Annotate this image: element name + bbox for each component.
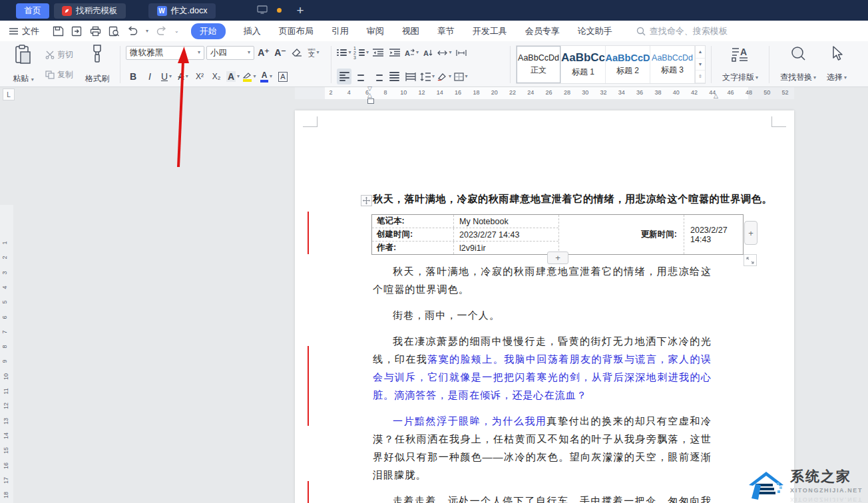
borders-button[interactable]: ▾ [453, 69, 468, 84]
format-painter-button[interactable]: 格式刷 [80, 45, 114, 84]
menu-tab-8[interactable]: 会员专享 [525, 25, 560, 37]
menu-tab-3[interactable]: 引用 [331, 25, 349, 37]
tab-home[interactable]: 首页 [16, 3, 49, 19]
shading-button[interactable]: ▾ [437, 69, 451, 84]
numbered-list-button[interactable]: 123▾ [353, 45, 369, 61]
ribbon-home: 粘贴 ▾ 剪切 复制 格式刷 微软雅黑▾ [0, 41, 868, 87]
cut-button[interactable]: 剪切 [45, 49, 73, 61]
font-size-combobox[interactable]: 小四▾ [206, 46, 254, 60]
document-heading[interactable]: 秋天，落叶满地，冷寂的秋雨肆意地宣泄着它的情绪，用悲凉给这个喧嚣的世界调色。 [373, 193, 714, 206]
subscript-button[interactable]: X₂ [209, 69, 224, 84]
increase-indent-button[interactable] [387, 45, 402, 61]
text-tools-button[interactable]: A▾ [404, 45, 419, 61]
ruler-number-14: 14 [437, 89, 443, 96]
new-tab-button[interactable]: + [296, 3, 304, 18]
styles-gallery-expand[interactable]: ⇳ [696, 71, 705, 83]
menu-tab-4[interactable]: 审阅 [367, 25, 384, 37]
command-search-box[interactable]: 查找命令、搜索模板 [636, 25, 728, 37]
style-card-标题 3[interactable]: AaBbCcDd标题 3 [650, 46, 695, 83]
justify-icon [389, 72, 399, 81]
style-card-标题 1[interactable]: AaBbCc标题 1 [561, 46, 606, 83]
strikethrough-button[interactable]: A▾ [176, 69, 190, 84]
underline-button[interactable]: U▾ [159, 69, 174, 84]
doc-paragraph-5[interactable]: 走着走着，远处一个人停下了自行车，手中撑着一把伞，匆匆向我走来。近看走来的是我的… [373, 492, 712, 503]
hanging-indent-marker[interactable]: △ [367, 92, 372, 98]
decrease-font-button[interactable]: A⁻ [273, 45, 288, 61]
styles-scroll-up[interactable]: ▲ [696, 46, 705, 59]
print-button[interactable] [90, 26, 101, 37]
styles-scroll-down[interactable]: ▼ [696, 59, 705, 71]
menu-tab-9[interactable]: 论文助手 [578, 25, 612, 37]
screen-share-icon[interactable] [257, 5, 268, 17]
font-color-button[interactable]: A ▾ [259, 69, 274, 84]
vruler-number-8: 8 [1, 345, 8, 349]
select-button[interactable]: 选择▾ [821, 45, 852, 84]
table-add-column-button[interactable]: + [744, 221, 758, 245]
undo-dropdown-caret[interactable]: ▾ [146, 29, 148, 34]
document-page[interactable]: 秋天，落叶满地，冷寂的秋雨肆意地宣泄着它的情绪，用悲凉给这个喧嚣的世界调色。 笔… [295, 110, 794, 503]
char-border-button[interactable]: A [276, 69, 290, 84]
tab-stop-selector[interactable]: L [3, 88, 15, 100]
export-button[interactable] [71, 26, 83, 37]
tab-docer-templates[interactable]: 找稻壳模板 [54, 3, 126, 19]
align-center-button[interactable] [353, 69, 368, 84]
first-line-indent-marker[interactable]: ▽ [367, 86, 372, 92]
text-direction-button[interactable]: A [421, 45, 435, 61]
pinyin-guide-button[interactable]: wén 文 ▾ [306, 45, 321, 61]
style-name: 标题 2 [616, 65, 639, 77]
paste-button[interactable]: 粘贴 ▾ [8, 45, 39, 84]
menu-tab-5[interactable]: 视图 [402, 25, 419, 37]
undo-button[interactable] [127, 26, 138, 36]
wps-writer-icon: W [157, 6, 167, 16]
text-layout-button[interactable]: A 文字排版▾ [717, 45, 763, 84]
clear-format-button[interactable] [290, 45, 304, 61]
doc-paragraph-3[interactable]: 我在凄凉萧瑟的细雨中慢慢行走，昏黄的街灯无力地洒下冰冷的光线，印在我落寞的脸颊上… [373, 332, 712, 404]
superscript-button[interactable]: X² [192, 69, 207, 84]
table-row[interactable]: 笔记本:My Notebook [372, 215, 558, 228]
table-resize-handle[interactable] [744, 254, 757, 266]
style-card-正文[interactable]: AaBbCcDd正文 [517, 46, 561, 83]
wps-writer-window: 首页 找稻壳模板 W 作文.docx + 文件 ▾ [0, 0, 868, 503]
tab-document[interactable]: W 作文.docx [148, 3, 216, 19]
line-spacing-button[interactable]: ▾ [420, 69, 435, 84]
document-body-text[interactable]: 秋天，落叶满地，冷寂的秋雨肆意地宣泄着它的情绪，用悲凉给这个喧嚣的世界调色。街巷… [373, 262, 712, 503]
style-card-标题 2[interactable]: AaBbCcD标题 2 [606, 46, 650, 83]
two-way-arrow-button[interactable]: ▾ [437, 45, 452, 61]
note-meta-table[interactable]: 笔记本:My Notebook创建时间:2023/2/27 14:43作者:l2… [371, 214, 744, 255]
table-row[interactable]: 创建时间:2023/2/27 14:43 [372, 228, 558, 242]
right-indent-marker[interactable]: △ [714, 93, 718, 99]
redo-button[interactable] [156, 26, 167, 36]
bold-button[interactable]: B [126, 69, 140, 84]
justify-button[interactable] [387, 69, 401, 84]
print-preview-button[interactable] [108, 26, 120, 37]
font-name-combobox[interactable]: 微软雅黑▾ [126, 46, 204, 60]
quick-toolbar-more-caret[interactable]: ⌄ [174, 29, 179, 34]
menu-tab-7[interactable]: 开发工具 [473, 25, 507, 37]
align-right-button[interactable] [370, 69, 385, 84]
save-button[interactable] [53, 26, 64, 37]
align-left-button[interactable] [337, 69, 351, 84]
text-highlight-button[interactable]: ▾ [242, 69, 257, 84]
vruler-number-6: 6 [1, 315, 8, 319]
menu-tab-1[interactable]: 插入 [244, 25, 261, 37]
increase-font-button[interactable]: A⁺ [256, 45, 271, 61]
decrease-indent-button[interactable] [371, 45, 385, 61]
copy-button[interactable]: 复制 [45, 69, 73, 81]
table-move-handle[interactable] [361, 195, 372, 206]
tab-home-label: 首页 [25, 5, 41, 17]
table-row[interactable]: 作者:l2v9i1ir [372, 242, 558, 254]
search-placeholder: 查找命令、搜索模板 [650, 25, 728, 37]
distribute-button[interactable] [403, 69, 418, 84]
char-effects-button[interactable]: A▾ [226, 69, 240, 84]
doc-paragraph-4[interactable]: 一片黯然浮于眼眸，为什么我用真挚付出的换来的却只有空虚和冷漠？任秋雨洒在我身上，… [373, 412, 712, 484]
char-width-button[interactable] [454, 45, 469, 61]
file-menu-button[interactable]: 文件 [9, 25, 39, 37]
find-replace-button[interactable]: 查找替换▾ [775, 45, 821, 84]
doc-paragraph-2[interactable]: 街巷，雨中，一个人。 [373, 306, 712, 324]
menu-tab-6[interactable]: 章节 [437, 25, 455, 37]
bullet-list-button[interactable]: ▾ [337, 45, 351, 61]
menu-tab-home[interactable]: 开始 [191, 23, 226, 39]
doc-paragraph-1[interactable]: 秋天，落叶满地，冷寂的秋雨肆意地宣泄着它的情绪，用悲凉给这个喧嚣的世界调色。 [373, 262, 712, 298]
italic-button[interactable]: I [142, 69, 157, 84]
menu-tab-2[interactable]: 页面布局 [279, 25, 314, 37]
